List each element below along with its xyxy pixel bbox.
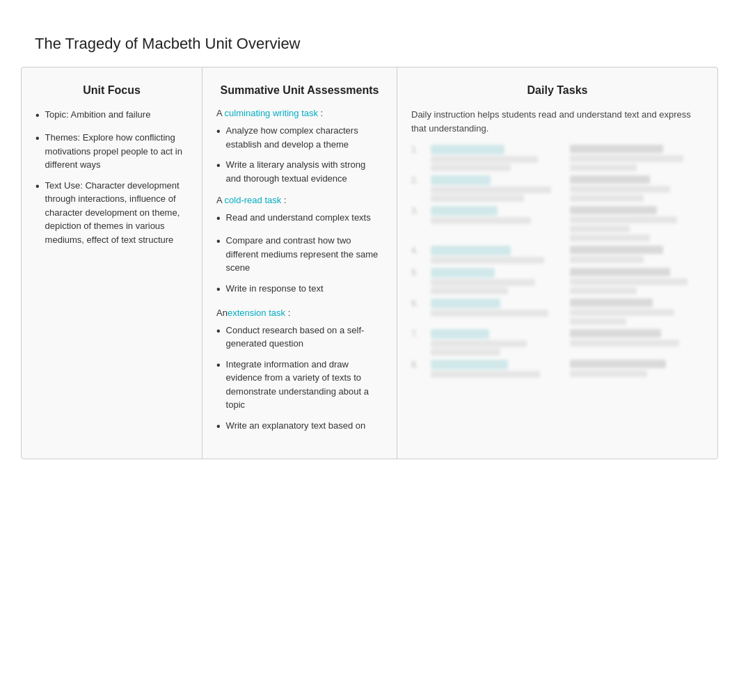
row-number: 6. [411, 299, 425, 308]
culminating-writing-task-link[interactable]: culminating writing task [225, 108, 318, 118]
row-line [431, 195, 524, 202]
row-line [431, 310, 548, 317]
extension-list: Conduct research based on a self-generat… [216, 324, 383, 435]
culminating-list: Analyze how complex characters establish… [216, 124, 383, 185]
row-number: 4. [411, 246, 425, 255]
cold-read-label: A cold-read task : [216, 195, 383, 205]
page-title: The Tragedy of Macbeth Unit Overview [0, 0, 739, 67]
row-number: 7. [411, 329, 425, 339]
row-line [431, 287, 508, 294]
summative-column: Summative Unit Assessments A culminating… [202, 67, 397, 459]
row-box [431, 329, 489, 339]
row-content [431, 329, 564, 356]
list-item: Topic: Ambition and failure [35, 108, 188, 124]
row-content [431, 360, 564, 378]
row-line [431, 340, 527, 347]
culminating-label: A culminating writing task : [216, 108, 383, 118]
daily-row: 6. [411, 299, 704, 325]
row-number: 1. [411, 145, 425, 154]
row-content [431, 175, 564, 202]
list-item: Write in response to text [216, 282, 383, 298]
list-item: Write an explanatory text based on [216, 419, 383, 435]
row-box [431, 206, 498, 216]
row-number: 2. [411, 175, 425, 185]
extension-label: Anextension task : [216, 308, 383, 318]
row-content [431, 145, 564, 171]
cold-read-task-link[interactable]: cold-read task [225, 195, 282, 205]
row-content [431, 268, 564, 294]
row-content [431, 206, 564, 224]
daily-row: 5. [411, 268, 704, 294]
row-content [431, 299, 564, 317]
extension-task-link[interactable]: extension task [228, 308, 285, 318]
list-item: Read and understand complex texts [216, 211, 383, 227]
list-item: Analyze how complex characters establish… [216, 124, 383, 151]
row-number: 5. [411, 268, 425, 278]
row-line [431, 257, 544, 264]
unit-focus-list: Topic: Ambition and failure Themes: Expl… [35, 108, 188, 246]
row-box [431, 175, 491, 185]
daily-row: 2. [411, 175, 704, 202]
daily-tasks-rows: 1. 2. [411, 145, 704, 378]
daily-row: 1. [411, 145, 704, 171]
daily-row: 4. [411, 246, 704, 264]
row-line [431, 217, 531, 224]
summative-header: Summative Unit Assessments [216, 84, 383, 97]
daily-row: 7. [411, 329, 704, 356]
row-line [431, 349, 500, 356]
list-item: Compare and contrast how two different m… [216, 234, 383, 275]
unit-focus-column: Unit Focus Topic: Ambition and failure T… [22, 67, 202, 459]
list-item: Themes: Explore how conflicting motivati… [35, 131, 188, 172]
list-item: Write a literary analysis with strong an… [216, 158, 383, 185]
row-content [431, 246, 564, 264]
row-line [431, 279, 535, 286]
row-box [431, 268, 495, 278]
list-item: Integrate information and draw evidence … [216, 358, 383, 412]
row-number: 8. [411, 360, 425, 369]
row-line [431, 371, 540, 378]
daily-tasks-intro: Daily instruction helps students read an… [411, 108, 704, 135]
main-container: Unit Focus Topic: Ambition and failure T… [21, 67, 718, 459]
cold-read-list: Read and understand complex texts Compar… [216, 211, 383, 298]
daily-tasks-header: Daily Tasks [411, 84, 704, 97]
row-box [431, 299, 500, 308]
row-line [431, 156, 538, 163]
list-item: Conduct research based on a self-generat… [216, 324, 383, 351]
row-line [431, 186, 551, 193]
row-number: 3. [411, 206, 425, 216]
daily-tasks-column: Daily Tasks Daily instruction helps stud… [397, 67, 717, 459]
list-item: Text Use: Character development through … [35, 179, 188, 247]
row-line [431, 164, 511, 171]
daily-row: 8. [411, 360, 704, 378]
unit-focus-header: Unit Focus [35, 84, 188, 97]
row-box [431, 246, 511, 255]
daily-row: 3. [411, 206, 704, 241]
row-box [431, 360, 508, 369]
row-box [431, 145, 504, 154]
